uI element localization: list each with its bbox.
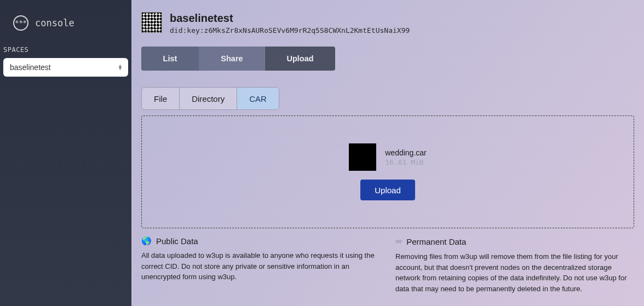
logo-icon: *** <box>13 15 28 31</box>
space-avatar <box>141 12 162 33</box>
info-permanent-body: Removing files from w3up will remove the… <box>395 251 634 294</box>
tab-upload[interactable]: Upload <box>265 47 335 71</box>
sidebar: *** console SPACES baselinetest ▲▼ <box>0 0 131 306</box>
space-selector-value: baselinetest <box>10 63 51 72</box>
chevron-updown-icon: ▲▼ <box>118 65 123 70</box>
primary-tabs: List Share Upload <box>141 47 335 71</box>
queued-file-name: wedding.car <box>385 148 427 157</box>
queued-file-size: 16.61 MiB <box>385 158 427 166</box>
infinity-icon: ∞ <box>395 236 402 247</box>
info-public: 🌎 Public Data All data uploaded to w3up … <box>141 236 380 294</box>
upload-type-file[interactable]: File <box>142 88 180 109</box>
info-permanent-heading: Permanent Data <box>406 237 466 246</box>
space-did: did:key:z6MksZr8xNsAURoSEVv6M9rR2q5S8CWX… <box>170 26 410 34</box>
tab-list[interactable]: List <box>141 47 199 71</box>
info-permanent: ∞ Permanent Data Removing files from w3u… <box>395 236 634 294</box>
upload-type-directory[interactable]: Directory <box>180 88 237 109</box>
main-content: baselinetest did:key:z6MksZr8xNsAURoSEVv… <box>131 0 644 306</box>
globe-icon: 🌎 <box>141 236 152 246</box>
info-public-body: All data uploaded to w3up is available t… <box>141 250 380 282</box>
upload-button[interactable]: Upload <box>360 180 415 200</box>
logo-text: console <box>35 18 74 28</box>
upload-type-car[interactable]: CAR <box>237 88 279 109</box>
sidebar-section-spaces-label: SPACES <box>0 46 131 58</box>
space-header: baselinetest did:key:z6MksZr8xNsAURoSEVv… <box>141 12 634 34</box>
upload-type-tabs: File Directory CAR <box>141 87 279 110</box>
space-title: baselinetest <box>170 12 410 24</box>
tab-share[interactable]: Share <box>199 47 265 71</box>
logo[interactable]: *** console <box>0 10 131 46</box>
info-row: 🌎 Public Data All data uploaded to w3up … <box>141 236 634 294</box>
space-selector[interactable]: baselinetest ▲▼ <box>3 58 128 77</box>
file-thumbnail <box>349 143 376 171</box>
queued-file-row: wedding.car 16.61 MiB <box>349 143 427 171</box>
dropzone-content: wedding.car 16.61 MiB Upload <box>349 143 427 200</box>
info-public-heading: Public Data <box>156 236 198 246</box>
upload-dropzone[interactable]: wedding.car 16.61 MiB Upload <box>141 116 634 228</box>
